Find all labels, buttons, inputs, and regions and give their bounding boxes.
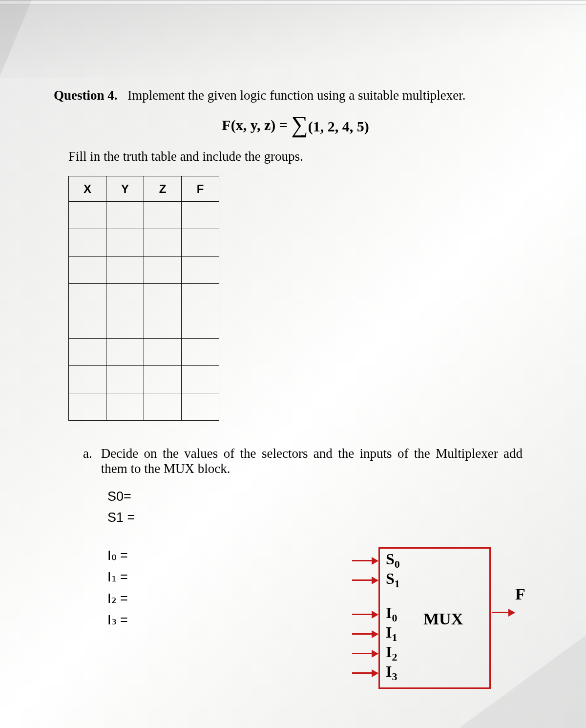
table-cell[interactable] bbox=[69, 284, 106, 311]
table-cell[interactable] bbox=[182, 311, 219, 339]
mux-input-label: S1 bbox=[386, 570, 400, 590]
col-z: Z bbox=[144, 176, 182, 202]
table-cell[interactable] bbox=[69, 393, 106, 421]
table-cell[interactable] bbox=[144, 284, 182, 311]
arrow-in bbox=[352, 633, 377, 635]
answer-s1: S1 = bbox=[107, 510, 537, 525]
table-cell[interactable] bbox=[182, 366, 219, 393]
mux-input-label: I3 bbox=[386, 663, 397, 683]
table-header-row: X Y Z F bbox=[69, 176, 219, 202]
table-cell[interactable] bbox=[144, 366, 182, 393]
table-cell[interactable] bbox=[106, 257, 144, 284]
table-row bbox=[69, 339, 219, 366]
table-cell[interactable] bbox=[106, 339, 144, 366]
question-header: Question 4. Implement the given logic fu… bbox=[54, 88, 537, 103]
col-f: F bbox=[182, 176, 219, 202]
table-row bbox=[69, 229, 219, 257]
table-row bbox=[69, 366, 219, 393]
table-cell[interactable] bbox=[182, 229, 219, 257]
arrow-in bbox=[352, 672, 377, 674]
table-row bbox=[69, 202, 219, 229]
mux-diagram: MUX F S0S1I0I1I2I3 bbox=[339, 547, 544, 704]
part-a-text: Decide on the values of the selectors an… bbox=[101, 446, 523, 476]
table-cell[interactable] bbox=[144, 229, 182, 257]
question-prompt: Implement the given logic function using… bbox=[127, 88, 465, 103]
table-cell[interactable] bbox=[69, 229, 106, 257]
table-cell[interactable] bbox=[144, 339, 182, 366]
arrow-in bbox=[352, 614, 377, 615]
truth-table: X Y Z F bbox=[68, 176, 219, 421]
table-cell[interactable] bbox=[69, 339, 106, 366]
col-y: Y bbox=[106, 176, 144, 202]
table-cell[interactable] bbox=[144, 202, 182, 229]
formula-rhs: (1, 2, 4, 5) bbox=[308, 118, 369, 135]
mux-input-label: I2 bbox=[386, 643, 397, 664]
table-cell[interactable] bbox=[182, 393, 219, 421]
mux-input-label: I1 bbox=[386, 623, 397, 644]
mux-title: MUX bbox=[423, 610, 463, 628]
part-a-marker: a. bbox=[83, 446, 92, 476]
table-row bbox=[69, 311, 219, 339]
table-cell[interactable] bbox=[69, 257, 106, 284]
table-cell[interactable] bbox=[182, 257, 219, 284]
table-cell[interactable] bbox=[144, 393, 182, 421]
table-row bbox=[69, 257, 219, 284]
formula-lhs: F(x, y, z) = bbox=[222, 117, 288, 133]
sigma-icon: ∑ bbox=[291, 113, 308, 136]
fill-instruction: Fill in the truth table and include the … bbox=[68, 149, 537, 164]
table-cell[interactable] bbox=[144, 311, 182, 339]
col-x: X bbox=[69, 176, 106, 202]
table-cell[interactable] bbox=[182, 284, 219, 311]
question-number: Question 4. bbox=[54, 88, 118, 103]
table-cell[interactable] bbox=[106, 284, 144, 311]
mux-output-f: F bbox=[515, 585, 525, 603]
table-cell[interactable] bbox=[106, 366, 144, 393]
mux-input-label: I0 bbox=[386, 604, 397, 624]
table-row bbox=[69, 393, 219, 421]
table-cell[interactable] bbox=[106, 393, 144, 421]
arrow-in bbox=[352, 579, 377, 581]
table-cell[interactable] bbox=[106, 229, 144, 257]
part-a: a. Decide on the values of the selectors… bbox=[83, 446, 523, 476]
arrow-in bbox=[352, 560, 377, 561]
table-cell[interactable] bbox=[144, 257, 182, 284]
answer-s0: S0= bbox=[107, 489, 537, 504]
formula: F(x, y, z) = ∑ (1, 2, 4, 5) bbox=[54, 115, 537, 138]
table-cell[interactable] bbox=[182, 339, 219, 366]
arrow-out bbox=[492, 612, 514, 613]
table-cell[interactable] bbox=[182, 202, 219, 229]
table-cell[interactable] bbox=[69, 202, 106, 229]
table-cell[interactable] bbox=[106, 311, 144, 339]
mux-input-label: S0 bbox=[386, 550, 400, 571]
table-cell[interactable] bbox=[69, 311, 106, 339]
table-cell[interactable] bbox=[106, 202, 144, 229]
table-cell[interactable] bbox=[69, 366, 106, 393]
table-row bbox=[69, 284, 219, 311]
arrow-in bbox=[352, 653, 377, 654]
